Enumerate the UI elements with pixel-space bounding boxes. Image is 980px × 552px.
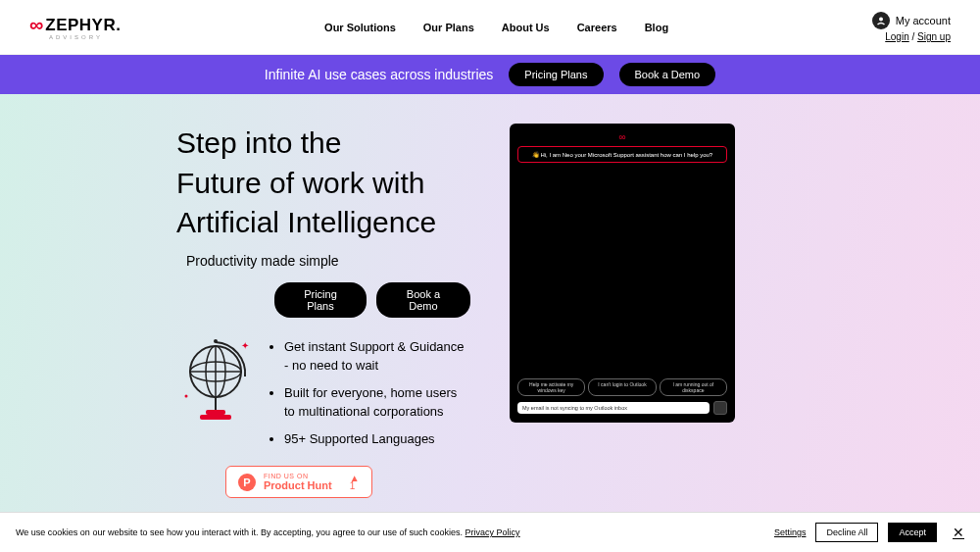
main-nav: Our Solutions Our Plans About Us Careers…: [324, 22, 668, 33]
chat-input-row: My email is not syncing to my Outlook in…: [517, 401, 727, 415]
cookie-settings-link[interactable]: Settings: [774, 527, 807, 537]
hero-heading-line-3: Artificial Intelligence: [176, 206, 436, 238]
ph-upvote: ▲ 1: [350, 475, 360, 490]
chat-send-button[interactable]: [713, 401, 727, 415]
banner-pricing-button[interactable]: Pricing Plans: [509, 63, 603, 86]
account-area: My account Login / Sign up: [872, 12, 951, 42]
product-hunt-badge[interactable]: P FIND US ON Product Hunt ▲ 1: [225, 466, 372, 498]
nav-blog[interactable]: Blog: [645, 22, 668, 33]
hero-heading-line-2: Future of work with: [176, 167, 424, 199]
chat-input[interactable]: My email is not syncing to my Outlook in…: [517, 402, 710, 414]
logo-subtitle: ADVISORY: [49, 34, 121, 40]
logo-infinity-icon: ∞: [29, 14, 43, 36]
hero-buttons: Pricing Plans Book a Demo: [274, 282, 470, 318]
chat-mockup: ∞ 👋 Hi, I am Neo your Microsoft Support …: [510, 124, 735, 423]
hero-heading-line-1: Step into the: [176, 126, 341, 159]
hero-section: Step into the Future of work with Artifi…: [0, 94, 980, 527]
banner-text: Infinite AI use cases across industries: [265, 67, 493, 82]
chat-logo-icon: ∞: [517, 131, 727, 142]
my-account-button[interactable]: My account: [872, 12, 951, 29]
svg-rect-9: [200, 415, 231, 420]
logo-text: ZEPHYR.: [45, 16, 121, 35]
nav-about[interactable]: About Us: [502, 22, 550, 33]
cookie-close-button[interactable]: ✕: [953, 525, 964, 540]
promo-banner: Infinite AI use cases across industries …: [0, 55, 980, 94]
privacy-policy-link[interactable]: Privacy Policy: [466, 527, 520, 537]
my-account-label: My account: [896, 15, 951, 26]
chat-body: [517, 169, 727, 378]
banner-demo-button[interactable]: Book a Demo: [619, 63, 716, 86]
logo[interactable]: ∞ ZEPHYR. ADVISORY: [29, 14, 121, 40]
hero-left: Step into the Future of work with Artifi…: [176, 124, 470, 498]
nav-plans[interactable]: Our Plans: [423, 22, 474, 33]
cookie-actions: Settings Decline All Accept ✕: [774, 523, 964, 542]
chat-welcome-message: 👋 Hi, I am Neo your Microsoft Support as…: [517, 146, 727, 163]
svg-point-0: [879, 18, 883, 22]
product-hunt-icon: P: [238, 474, 256, 491]
hero-bullet-1: Get instant Support & Guidance - no need…: [284, 337, 470, 376]
chat-suggestions: Help me activate my windows key I can't …: [517, 378, 727, 396]
chat-chip-2[interactable]: I can't login to Outlook: [588, 378, 656, 396]
cookie-accept-button[interactable]: Accept: [888, 523, 937, 542]
svg-text:✦: ✦: [241, 340, 249, 351]
hero-bullets: Get instant Support & Guidance - no need…: [267, 337, 470, 457]
hero-subtitle: Productivity made simple: [186, 253, 470, 269]
svg-rect-8: [206, 410, 225, 415]
site-header: ∞ ZEPHYR. ADVISORY Our Solutions Our Pla…: [0, 0, 980, 55]
nav-solutions[interactable]: Our Solutions: [324, 22, 396, 33]
cookie-banner: We use cookies on our website to see how…: [0, 512, 980, 552]
ph-count: 1: [350, 482, 360, 490]
signup-link[interactable]: Sign up: [917, 31, 951, 42]
hero-bullet-3: 95+ Supported Languages: [284, 429, 470, 449]
user-icon: [872, 12, 890, 29]
chat-chip-3[interactable]: I am running out of diskspace: [660, 378, 727, 396]
hero-heading: Step into the Future of work with Artifi…: [176, 124, 470, 243]
hero-pricing-button[interactable]: Pricing Plans: [274, 282, 367, 318]
cookie-message: We use cookies on our website to see how…: [16, 527, 463, 537]
login-link[interactable]: Login: [885, 31, 908, 42]
hero-demo-button[interactable]: Book a Demo: [376, 282, 470, 318]
auth-links: Login / Sign up: [885, 31, 951, 42]
hero-content-row: ✦ Get instant Support & Guidance - no ne…: [176, 337, 470, 457]
svg-point-6: [214, 339, 218, 343]
ph-find-label: FIND US ON: [264, 473, 332, 479]
chat-chip-1[interactable]: Help me activate my windows key: [517, 378, 585, 396]
ph-name-label: Product Hunt: [264, 479, 332, 491]
cookie-text: We use cookies on our website to see how…: [16, 527, 520, 537]
globe-icon: ✦: [176, 337, 255, 426]
hero-bullet-2: Built for everyone, home users to multin…: [284, 383, 470, 422]
nav-careers[interactable]: Careers: [577, 22, 617, 33]
svg-point-10: [185, 394, 188, 397]
cookie-decline-button[interactable]: Decline All: [815, 523, 878, 542]
